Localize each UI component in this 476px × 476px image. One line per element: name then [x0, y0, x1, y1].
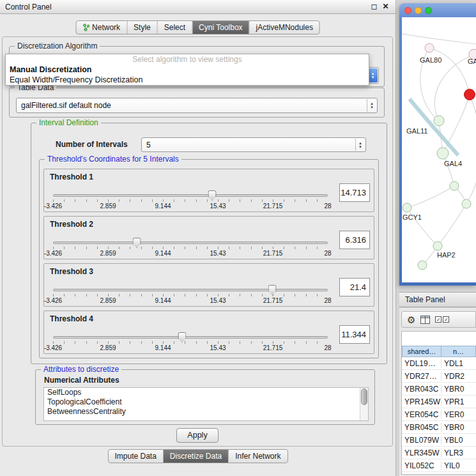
scale-tick-label: -3.426: [44, 203, 62, 210]
tab-select[interactable]: Select: [158, 21, 192, 34]
tab-cyni-toolbox-label: Cyni Toolbox: [199, 23, 242, 32]
node[interactable]: [450, 181, 459, 190]
columns-icon[interactable]: [420, 316, 430, 324]
cell-shared-name[interactable]: YBR043C: [402, 385, 441, 394]
cell-name[interactable]: YBR0: [441, 423, 476, 432]
dropdown-option-equal-width-frequency[interactable]: Equal Width/Frequency Discretization: [6, 75, 369, 85]
node-gal4[interactable]: [437, 148, 449, 159]
cell-shared-name[interactable]: YER054C: [402, 410, 441, 419]
interval-definition-group-label: Interval Definition: [36, 118, 101, 127]
control-panel-window: Control Panel ◻ ✕ Network Style Select: [0, 0, 396, 476]
table-row[interactable]: YBL079W YBL0: [402, 434, 476, 447]
slider-scale: -3.426 2.859 9.144 15.43 21.715 28: [53, 203, 328, 210]
combobox-stepper-icon[interactable]: ▲ ▼: [368, 68, 378, 82]
list-scrollbar[interactable]: [360, 388, 368, 420]
tab-cyni-toolbox[interactable]: Cyni Toolbox: [192, 21, 249, 34]
combobox-stepper-icon[interactable]: ▲ ▼: [367, 99, 376, 112]
mac-minimize-button[interactable]: [415, 7, 422, 14]
tab-jactivemnodules[interactable]: jActiveMNodules: [250, 21, 319, 34]
table-row[interactable]: YDR27… YDR2: [402, 370, 476, 383]
table-row[interactable]: YLR345W YLR3: [402, 447, 476, 459]
combobox-stepper-icon[interactable]: ▲ ▼: [355, 139, 365, 151]
threshold-4-slider[interactable]: -3.426 2.859 9.144 15.43 21.715 28: [49, 330, 332, 353]
column-header-name[interactable]: n…: [441, 346, 476, 357]
threshold-3-slider[interactable]: -3.426 2.859 9.144 15.43 21.715 28: [49, 283, 332, 306]
select-columns-icon[interactable]: ✓ ✓: [435, 316, 449, 323]
threshold-2-value-field[interactable]: 6.316: [339, 231, 370, 249]
threshold-3-panel: Threshold 3 21.4 -3.426 2.859 9.144 15.4…: [43, 263, 374, 307]
cell-name[interactable]: YLR3: [441, 449, 476, 457]
cell-shared-name[interactable]: YBL079W: [402, 436, 441, 445]
table-row[interactable]: YDL19… YDL1: [402, 357, 476, 370]
tab-infer-network[interactable]: Infer Network: [229, 450, 287, 463]
threshold-1-label: Threshold 1: [50, 173, 93, 181]
slider-track[interactable]: [53, 242, 328, 244]
node[interactable]: [418, 261, 427, 270]
cell-name[interactable]: YBR0: [441, 385, 476, 394]
close-window-icon[interactable]: ✕: [381, 2, 390, 12]
node-gcy1[interactable]: [403, 203, 411, 212]
node-hap2[interactable]: [433, 242, 442, 250]
numerical-attributes-list[interactable]: SelfLoops TopologicalCoefficient Between…: [43, 387, 369, 421]
cell-shared-name[interactable]: YLR345W: [402, 449, 441, 457]
network-view-window[interactable]: GAL80 GA GAL11 GAL4 GCY1 HAP2: [399, 3, 476, 286]
node-label: GA: [468, 58, 476, 65]
node-gal80[interactable]: [425, 43, 434, 52]
tab-impute-data[interactable]: Impute Data: [108, 450, 163, 463]
threshold-2-slider[interactable]: -3.426 2.859 9.144 15.43 21.715 28: [49, 236, 332, 259]
threshold-1-slider[interactable]: -3.426 2.859 9.144 15.43 21.715 28: [49, 188, 332, 211]
cell-shared-name[interactable]: YPR145W: [402, 397, 441, 406]
cell-shared-name[interactable]: YBR045C: [402, 423, 441, 432]
slider-ticks: [53, 247, 328, 249]
scrollbar-thumb[interactable]: [361, 388, 367, 405]
network-nodes[interactable]: [403, 43, 476, 270]
node-selected-red[interactable]: [464, 89, 475, 100]
cell-name[interactable]: YBL0: [441, 436, 476, 445]
number-of-intervals-combobox[interactable]: 5 ▲ ▼: [141, 137, 366, 152]
checkbox-icon: ✓: [435, 316, 441, 323]
tab-jactivemnodules-label: jActiveMNodules: [256, 23, 313, 32]
tab-style[interactable]: Style: [127, 21, 158, 34]
threshold-1-value-field[interactable]: 14.713: [339, 183, 370, 202]
node-gal11[interactable]: [434, 116, 444, 126]
slider-track[interactable]: [53, 289, 328, 291]
cell-name[interactable]: YDR2: [441, 372, 476, 381]
scale-tick-label: 28: [324, 344, 331, 351]
table-data-combobox[interactable]: galFiltered.sif default node ▲ ▼: [16, 98, 378, 113]
table-row[interactable]: YBR043C YBR0: [402, 383, 476, 395]
window-title: Control Panel: [5, 3, 52, 12]
column-header-shared-name[interactable]: shared…: [402, 346, 441, 357]
threshold-4-value-field[interactable]: 11.344: [339, 325, 370, 344]
list-item[interactable]: SelfLoops: [44, 388, 368, 397]
slider-track[interactable]: [53, 194, 328, 197]
node[interactable]: [462, 199, 471, 208]
threshold-4-panel: Threshold 4 11.344 -3.426 2.859 9.144 15…: [43, 311, 374, 354]
control-panel-titlebar: Control Panel ◻ ✕: [0, 0, 395, 14]
network-canvas[interactable]: GAL80 GA GAL11 GAL4 GCY1 HAP2: [402, 17, 476, 282]
float-window-icon[interactable]: ◻: [369, 2, 379, 12]
table-row[interactable]: YIL052C YIL0: [402, 459, 476, 472]
table-row[interactable]: YPR145W YPR1: [402, 395, 476, 408]
scale-tick-label: 28: [324, 203, 331, 210]
threshold-3-value-field[interactable]: 21.4: [339, 278, 370, 296]
cell-name[interactable]: YIL0: [441, 461, 476, 470]
table-row[interactable]: YBR045C YBR0: [402, 421, 476, 434]
list-item[interactable]: BetweennessCentrality: [44, 407, 368, 417]
table-row[interactable]: YER054C YER0: [402, 408, 476, 421]
cell-name[interactable]: YER0: [441, 410, 476, 419]
apply-button[interactable]: Apply: [176, 428, 219, 443]
slider-track[interactable]: [53, 336, 328, 339]
slider-ticks: [53, 341, 328, 344]
gear-icon[interactable]: ⚙: [407, 315, 415, 325]
dropdown-option-manual-discretization[interactable]: Manual Discretization: [6, 65, 369, 75]
list-item[interactable]: TopologicalCoefficient: [44, 397, 368, 407]
cell-shared-name[interactable]: YDL19…: [402, 359, 441, 368]
tab-network[interactable]: Network: [76, 21, 127, 34]
mac-close-button[interactable]: [404, 7, 411, 14]
cell-shared-name[interactable]: YDR27…: [402, 372, 441, 381]
tab-discretize-data[interactable]: Discretize Data: [164, 450, 229, 463]
mac-zoom-button[interactable]: [425, 7, 432, 14]
cell-shared-name[interactable]: YIL052C: [402, 461, 441, 470]
cell-name[interactable]: YDL1: [441, 359, 476, 368]
cell-name[interactable]: YPR1: [441, 397, 476, 406]
